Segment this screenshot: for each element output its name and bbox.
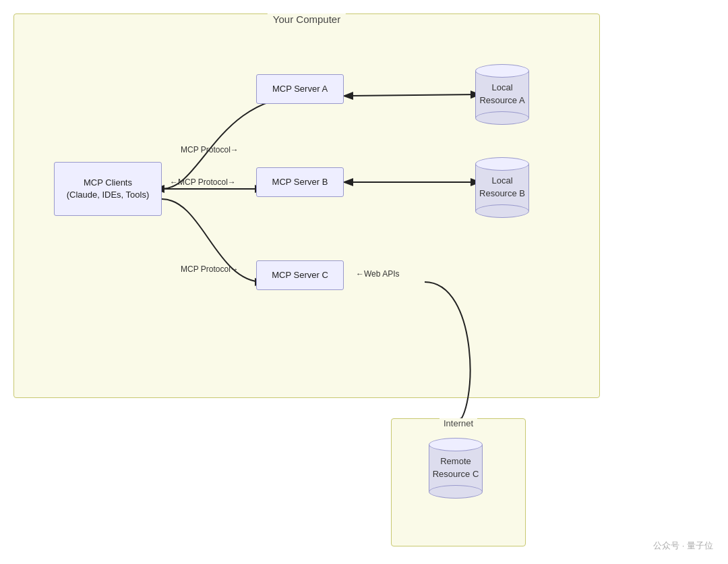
mcp-server-c-box: MCP Server C (256, 260, 344, 290)
mcp-server-b-box: MCP Server B (256, 167, 344, 197)
resource-c-label: RemoteResource C (433, 455, 479, 480)
cylinder-bottom-a (475, 111, 529, 125)
arrow-label-server-c: MCP Protocol→ (181, 264, 239, 274)
cylinder-bottom-b (475, 204, 529, 218)
watermark: 公众号 · 量子位 (653, 540, 713, 552)
cylinder-bottom-c (429, 485, 483, 499)
server-c-label: MCP Server C (272, 269, 328, 281)
arrow-label-web-apis: ←Web APIs (356, 269, 399, 279)
resource-b-label: LocalResource B (479, 175, 525, 199)
internet-box: Internet RemoteResource C (391, 418, 526, 546)
outer-box-label: Your Computer (268, 13, 346, 25)
diagram-wrapper: Your Computer MCP Clients(Cla (7, 7, 721, 557)
local-resource-b: LocalResource B (475, 157, 529, 218)
cylinder-top-c (429, 438, 483, 451)
cylinder-top-a (475, 64, 529, 78)
mcp-server-a-box: MCP Server A (256, 74, 344, 104)
cylinder-top-b (475, 157, 529, 171)
mcp-clients-box: MCP Clients(Claude, IDEs, Tools) (54, 162, 162, 216)
server-b-label: MCP Server B (272, 176, 328, 188)
clients-label: MCP Clients(Claude, IDEs, Tools) (67, 177, 150, 201)
local-resource-a: LocalResource A (475, 64, 529, 125)
remote-resource-c: RemoteResource C (429, 438, 483, 499)
internet-box-label: Internet (439, 418, 477, 428)
server-a-label: MCP Server A (272, 83, 328, 95)
resource-a-label: LocalResource A (479, 82, 524, 106)
arrow-label-server-b: ←MCP Protocol→ (170, 177, 236, 187)
arrow-label-server-a: MCP Protocol→ (181, 145, 239, 154)
